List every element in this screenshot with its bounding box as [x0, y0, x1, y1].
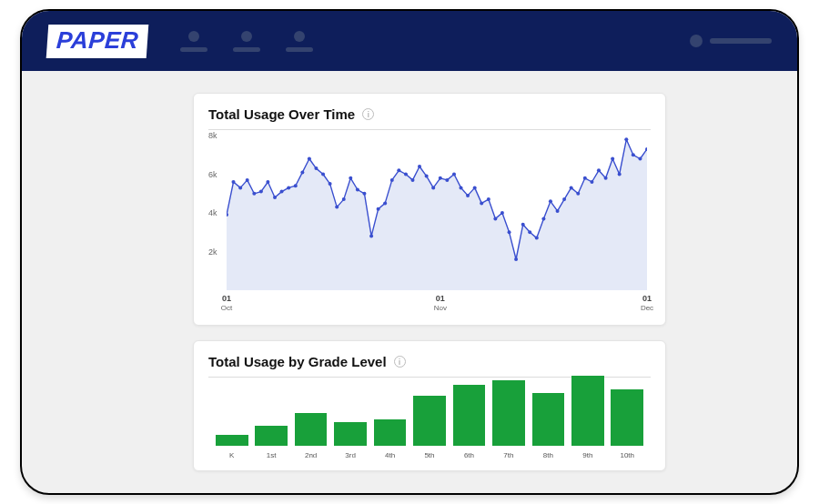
x-axis-tick: 01Oct	[221, 294, 232, 312]
bar	[571, 376, 604, 446]
svg-point-34	[460, 186, 463, 189]
y-axis-tick: 8k	[208, 131, 217, 140]
svg-point-8	[280, 190, 284, 194]
svg-point-6	[266, 180, 269, 184]
bar-label: 3rd	[345, 451, 356, 459]
bar-label: 4th	[385, 451, 395, 459]
bar	[334, 422, 367, 446]
svg-point-18	[349, 176, 352, 180]
svg-point-51	[576, 192, 580, 196]
brand-logo[interactable]: PAPER	[46, 25, 149, 58]
bar-column: 6th	[450, 385, 489, 459]
nav-item-placeholder[interactable]	[180, 31, 207, 52]
main-content: Total Usage Over Time i 2k4k6k8k01Oct01N…	[193, 93, 666, 471]
svg-point-44	[528, 230, 531, 234]
bar	[532, 393, 565, 446]
bar-label: K	[229, 451, 234, 459]
svg-point-38	[487, 197, 490, 201]
bar	[453, 385, 486, 446]
bar-chart: K1st2nd3rd4th5th6th7th8th9th10th	[208, 383, 651, 459]
svg-point-47	[549, 199, 552, 203]
bar-column: 4th	[370, 419, 410, 459]
svg-point-33	[452, 173, 456, 176]
bar-column: 3rd	[330, 422, 369, 459]
card-usage-by-grade: Total Usage by Grade Level i K1st2nd3rd4…	[193, 340, 666, 471]
svg-point-3	[246, 178, 249, 182]
svg-point-25	[397, 168, 400, 172]
bar	[255, 426, 288, 446]
bar	[492, 380, 525, 446]
svg-point-53	[590, 180, 593, 184]
svg-point-19	[356, 188, 359, 192]
svg-point-12	[308, 157, 311, 161]
svg-point-45	[535, 237, 539, 240]
info-icon[interactable]: i	[394, 356, 406, 368]
divider	[208, 129, 651, 130]
svg-point-9	[287, 186, 290, 189]
bar	[611, 389, 643, 446]
svg-point-30	[431, 186, 435, 189]
svg-point-37	[480, 201, 483, 205]
bar-label: 1st	[267, 451, 277, 459]
svg-point-4	[252, 192, 256, 196]
svg-point-7	[273, 196, 277, 199]
svg-point-22	[377, 207, 380, 211]
bar-column: 10th	[608, 389, 647, 459]
svg-point-48	[556, 209, 560, 213]
svg-point-42	[514, 257, 518, 261]
svg-point-46	[541, 217, 545, 220]
bar-label: 10th	[620, 451, 634, 459]
svg-point-57	[618, 173, 622, 176]
svg-point-13	[314, 166, 318, 170]
nav-item-placeholder[interactable]	[233, 31, 260, 52]
svg-point-21	[369, 235, 373, 238]
bar	[216, 435, 248, 446]
svg-point-31	[439, 176, 442, 180]
bar-label: 8th	[543, 451, 553, 459]
bar	[374, 419, 407, 446]
svg-point-58	[624, 137, 628, 141]
svg-point-11	[300, 170, 304, 174]
user-menu-placeholder[interactable]	[690, 35, 772, 47]
svg-point-32	[445, 178, 449, 182]
svg-point-54	[597, 168, 601, 172]
svg-point-60	[638, 157, 642, 161]
svg-point-15	[329, 182, 332, 186]
svg-point-14	[321, 173, 325, 176]
bar-label: 5th	[424, 451, 434, 459]
nav-skeleton	[180, 31, 313, 52]
bar-column: 7th	[489, 380, 528, 459]
svg-point-39	[493, 217, 497, 220]
app-window: PAPER Total Usage Over Time i 2k4k6k8k01…	[20, 9, 799, 495]
svg-point-56	[611, 157, 614, 161]
bar-column: 5th	[410, 396, 449, 459]
bar-label: 9th	[582, 451, 592, 459]
svg-point-17	[342, 197, 346, 201]
svg-point-50	[570, 186, 573, 189]
svg-point-16	[335, 206, 339, 209]
svg-point-26	[404, 173, 408, 176]
bar-column: 8th	[529, 393, 568, 459]
svg-point-5	[259, 190, 263, 194]
info-icon[interactable]: i	[362, 108, 374, 120]
nav-item-placeholder[interactable]	[286, 31, 313, 52]
svg-point-40	[500, 211, 504, 215]
svg-point-35	[466, 194, 470, 197]
bar-label: 6th	[464, 451, 474, 459]
bar	[413, 396, 446, 446]
bar-label: 7th	[503, 451, 513, 459]
svg-point-20	[362, 192, 366, 196]
svg-point-41	[508, 230, 511, 234]
bar-column: 9th	[568, 376, 607, 459]
bar-label: 2nd	[305, 451, 317, 459]
bar-column: K	[212, 435, 251, 459]
bar-column: 2nd	[291, 413, 330, 459]
card-title: Total Usage Over Time	[208, 106, 355, 122]
svg-point-23	[383, 201, 387, 205]
y-axis-tick: 2k	[208, 247, 217, 257]
svg-point-59	[632, 153, 635, 156]
svg-point-24	[390, 178, 394, 182]
top-nav-bar: PAPER	[22, 11, 797, 71]
svg-point-36	[473, 186, 477, 189]
svg-point-2	[238, 186, 242, 189]
